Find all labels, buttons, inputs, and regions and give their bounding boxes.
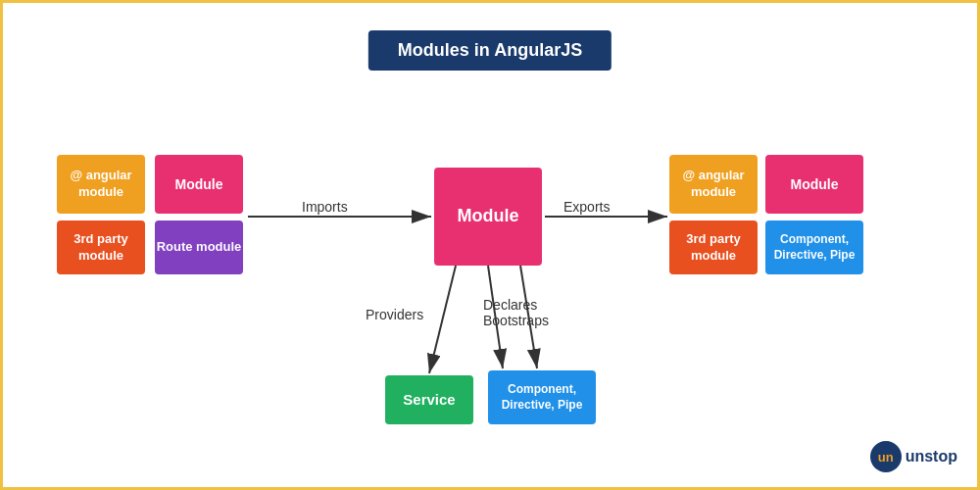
unstop-logo: un unstop — [870, 441, 957, 472]
angular-module-right: @ angular module — [669, 155, 758, 214]
declares-label: DeclaresBootstraps — [483, 297, 549, 328]
module-right: Module — [765, 155, 863, 214]
svg-line-3 — [429, 266, 456, 373]
diagram-container: Modules in AngularJS @ angular module 3r… — [3, 3, 977, 487]
imports-label: Imports — [302, 199, 348, 215]
module-left: Module — [155, 155, 243, 214]
exports-label: Exports — [564, 199, 610, 215]
route-module-left: Route module — [155, 220, 243, 274]
3rd-party-module-left: 3rd party module — [57, 220, 145, 274]
unstop-name: unstop — [906, 448, 957, 466]
angular-module-left: @ angular module — [57, 155, 145, 214]
unstop-circle-icon: un — [870, 441, 902, 472]
3rd-party-module-right: 3rd party module — [669, 220, 758, 274]
providers-label: Providers — [366, 307, 423, 322]
center-module: Module — [434, 168, 542, 266]
diagram-title: Modules in AngularJS — [368, 30, 612, 71]
service-box: Service — [385, 375, 473, 424]
component-directive-pipe-bottom: Component, Directive, Pipe — [488, 370, 596, 424]
component-directive-pipe-right: Component, Directive, Pipe — [765, 220, 863, 274]
